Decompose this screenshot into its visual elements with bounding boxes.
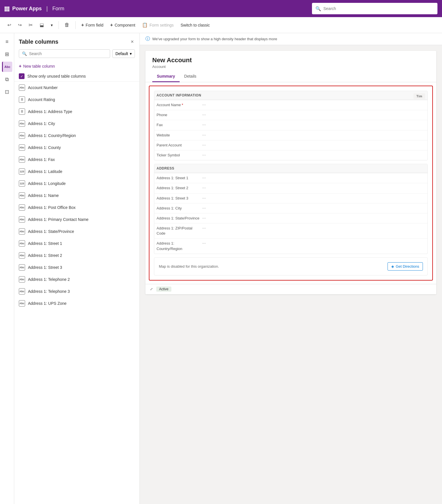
status-bar: ⤢ Active <box>145 284 436 294</box>
form-field-row[interactable]: Fax --- <box>154 120 427 130</box>
list-item[interactable]: Abc Address 1: Post Office Box <box>14 201 139 213</box>
form-field-row[interactable]: Account Name* --- <box>154 100 427 110</box>
list-item[interactable]: Abc Address 1: County <box>14 142 139 154</box>
form-field-row[interactable]: Parent Account --- <box>154 140 427 150</box>
form-card: New Account Account Summary Details ACCO… <box>145 51 436 294</box>
status-badge: Active <box>156 287 171 292</box>
field-label: Address 1: Country/Region <box>157 241 202 251</box>
search-icon: 🔍 <box>315 6 321 11</box>
list-item[interactable]: Abc Address 1: Name <box>14 189 139 201</box>
form-settings-button[interactable]: 📋 Form settings <box>139 21 177 29</box>
list-item[interactable]: Abc Account Number <box>14 82 139 94</box>
list-item[interactable]: Abc Address 1: Street 1 <box>14 237 139 249</box>
column-type-icon: Abc <box>19 300 25 307</box>
list-item[interactable]: 123 Address 1: Latitude <box>14 166 139 178</box>
switch-classic-label: Switch to classic <box>181 23 210 27</box>
component-button[interactable]: + Component <box>108 21 138 29</box>
columns-dropdown[interactable]: Default ▾ <box>112 49 135 58</box>
list-item[interactable]: Abc Address 1: UPS Zone <box>14 297 139 309</box>
nav-abc-button[interactable]: Abc <box>2 62 12 72</box>
info-banner: ⓘ We've upgraded your form to show a hig… <box>140 33 442 45</box>
get-directions-button[interactable]: ◈ Get Directions <box>388 262 423 271</box>
list-item[interactable]: 123 Address 1: Longitude <box>14 178 139 189</box>
form-field-row[interactable]: Address 1: ZIP/Postal Code --- <box>154 223 427 238</box>
cut-icon: ✂ <box>29 22 33 28</box>
columns-list: Abc Account Number ☰ Account Rating ☰ Ad… <box>14 81 139 504</box>
delete-button[interactable]: 🗑 <box>62 20 72 30</box>
field-value: --- <box>202 133 425 137</box>
expand-icon[interactable]: ⤢ <box>150 287 153 291</box>
column-name: Address 1: Fax <box>28 157 55 162</box>
address-title: ADDRESS <box>157 166 174 170</box>
close-panel-button[interactable]: × <box>129 38 135 46</box>
account-fields: Account Name* --- Phone --- Fax --- Webs… <box>154 100 427 160</box>
plus-icon-component: + <box>110 23 113 28</box>
list-item[interactable]: Abc Address 1: Fax <box>14 154 139 166</box>
list-item[interactable]: Abc Address 1: City <box>14 118 139 130</box>
column-type-icon: Abc <box>19 240 25 247</box>
field-label: Parent Account <box>157 143 202 148</box>
switch-classic-button[interactable]: Switch to classic <box>178 21 213 29</box>
field-value: --- <box>202 112 425 117</box>
column-name: Account Number <box>28 85 58 90</box>
paste-button[interactable]: ⬓ <box>37 21 47 29</box>
form-field-row[interactable]: Address 1: Country/Region --- <box>154 238 427 253</box>
form-subtitle: Account <box>152 64 429 69</box>
columns-search-row: 🔍 Default ▾ <box>14 49 139 61</box>
redo-button[interactable]: ↪ <box>15 21 25 29</box>
field-value: --- <box>202 196 425 200</box>
columns-search-container: 🔍 <box>19 49 110 58</box>
cut-button[interactable]: ✂ <box>26 20 36 30</box>
nav-grid-button[interactable]: ⊞ <box>2 49 12 59</box>
form-field-row[interactable]: Address 1: Street 1 --- <box>154 173 427 183</box>
list-item[interactable]: Abc Address 1: State/Province <box>14 225 139 237</box>
main-layout: ≡ ⊞ Abc ⧉ ⊡ Table columns × 🔍 Default ▾ <box>0 33 442 504</box>
search-box[interactable]: 🔍 <box>312 3 437 14</box>
paste-dropdown-button[interactable]: ▾ <box>48 21 56 29</box>
list-item[interactable]: ☰ Account Rating <box>14 94 139 106</box>
columns-search-input[interactable] <box>29 51 107 56</box>
nav-component-button[interactable]: ⊡ <box>2 87 12 97</box>
column-type-icon: ☰ <box>19 108 25 115</box>
list-item[interactable]: Abc Address 1: Primary Contact Name <box>14 213 139 225</box>
list-item[interactable]: Abc Address 1: Street 2 <box>14 249 139 261</box>
get-directions-label: Get Directions <box>396 264 419 269</box>
list-item[interactable]: ☰ Address 1: Address Type <box>14 106 139 118</box>
search-input[interactable] <box>323 6 434 11</box>
form-field-button[interactable]: + Form field <box>78 21 106 29</box>
grid-icon: ⊞ <box>5 51 9 57</box>
column-name: Address 1: Latitude <box>28 169 62 174</box>
form-field-row[interactable]: Address 1: State/Province --- <box>154 213 427 223</box>
form-field-row[interactable]: Address 1: Street 3 --- <box>154 193 427 203</box>
apps-grid-icon[interactable] <box>5 7 9 11</box>
form-field-row[interactable]: Ticker Symbol --- <box>154 150 427 160</box>
show-unused-label: Show only unused table columns <box>27 74 86 78</box>
redo-icon: ↪ <box>18 22 22 28</box>
form-field-row[interactable]: Website --- <box>154 130 427 140</box>
address-section: ADDRESS Address 1: Street 1 --- Address … <box>154 164 428 254</box>
paste-icon: ⬓ <box>40 22 44 28</box>
list-item[interactable]: Abc Address 1: Country/Region <box>14 130 139 142</box>
nav-menu-button[interactable]: ≡ <box>2 37 12 47</box>
new-table-column-button[interactable]: + New table column <box>14 61 139 71</box>
chevron-down-icon: ▾ <box>130 51 132 56</box>
form-field-row[interactable]: Phone --- <box>154 110 427 120</box>
tab-details[interactable]: Details <box>180 71 201 82</box>
field-value: --- <box>202 216 425 220</box>
columns-panel: Table columns × 🔍 Default ▾ + New table … <box>14 33 140 504</box>
show-unused-checkbox[interactable] <box>19 73 25 79</box>
undo-button[interactable]: ↩ <box>5 21 14 29</box>
form-field-row[interactable]: Address 1: Street 2 --- <box>154 183 427 193</box>
nav-layers-button[interactable]: ⧉ <box>2 74 12 84</box>
list-item[interactable]: Abc Address 1: Street 3 <box>14 261 139 273</box>
column-type-icon: Abc <box>19 204 25 211</box>
tab-summary[interactable]: Summary <box>152 71 180 82</box>
column-name: Address 1: Street 2 <box>28 253 62 258</box>
form-field-row[interactable]: Address 1: City --- <box>154 203 427 213</box>
list-item[interactable]: Abc Address 1: Telephone 2 <box>14 273 139 285</box>
column-type-icon: Abc <box>19 120 25 127</box>
column-type-icon: 123 <box>19 168 25 175</box>
field-label: Fax <box>157 122 202 128</box>
list-item[interactable]: Abc Address 1: Telephone 3 <box>14 285 139 297</box>
column-name: Address 1: City <box>28 121 55 126</box>
